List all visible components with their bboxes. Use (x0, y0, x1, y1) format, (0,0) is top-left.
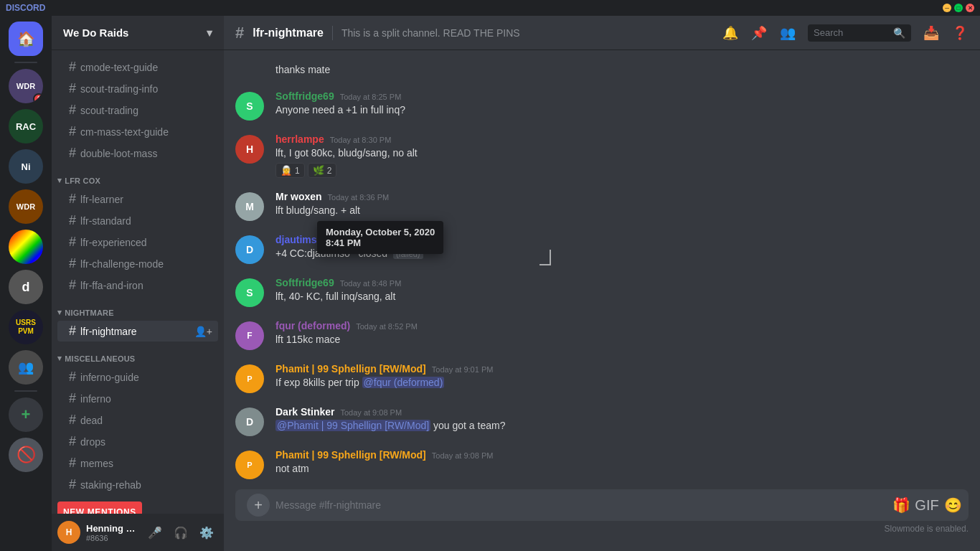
reaction-item[interactable]: 🌿 2 (308, 163, 337, 178)
server-icon-rac[interactable]: RAC (9, 109, 43, 143)
server-icon-usrs[interactable]: USRSPVM (9, 310, 43, 344)
category-arrow: ▾ (57, 308, 62, 317)
server-icon-d[interactable]: d (9, 270, 43, 304)
add-member-icon[interactable]: 👤+ (194, 326, 212, 337)
message-author: Phamit | 99 Sphellign [RW/Mod] (275, 363, 426, 375)
channel-name: inferno-guide (80, 372, 139, 383)
avatar: D (235, 408, 264, 436)
channel-item-double-loot-mass[interactable]: # double-loot-mass (57, 143, 218, 164)
channel-item-dead[interactable]: # dead (57, 410, 218, 430)
emoji-button[interactable]: 😊 (943, 495, 963, 515)
gif-button[interactable]: GIF (917, 495, 937, 515)
members-list-button[interactable]: 👥 (779, 24, 796, 42)
username: Henning | h... (86, 523, 138, 534)
channel-hash-icon: # (69, 235, 76, 250)
maximize-button[interactable]: □ (954, 4, 963, 12)
avatar-letter: H (66, 527, 72, 537)
server-icon-ni[interactable]: Ni (9, 149, 43, 184)
channel-item-inferno-guide[interactable]: # inferno-guide (57, 367, 218, 387)
channel-name: lfr-experienced (80, 237, 147, 248)
search-icon: 🔍 (893, 27, 905, 39)
messages-area[interactable]: thanks mate S Softfridge69 Today at 8:25… (224, 50, 980, 489)
channel-item-cmode-text-guide[interactable]: # cmode-text-guide (57, 57, 218, 77)
reaction-emoji: 🌿 (313, 165, 324, 176)
category-lfr-cox[interactable]: ▾ LFR COX (52, 164, 224, 188)
add-content-button[interactable]: + (247, 494, 270, 517)
mention[interactable]: @fqur (deformed) (362, 377, 445, 388)
titlebar: DISCORD ─ □ ✕ (0, 0, 980, 16)
channel-item-drops[interactable]: # drops (57, 431, 218, 452)
channel-header-name: lfr-nightmare (253, 27, 324, 39)
server-badge: 1 (33, 93, 43, 103)
channel-item-lfr-challenge-mode[interactable]: # lfr-challenge-mode (57, 253, 218, 274)
failed-badge: (failed) (393, 249, 423, 259)
mute-button[interactable]: 🎤 (143, 521, 166, 544)
category-miscellaneous[interactable]: ▾ MISCELLANEOUS (52, 342, 224, 366)
server-icon-group[interactable]: 👥 (9, 350, 43, 385)
user-area: H Henning | h... #8636 🎤 🎧 ⚙️ (52, 514, 224, 551)
settings-button[interactable]: ⚙️ (195, 521, 218, 544)
reaction-item[interactable]: 🧝 1 (275, 163, 305, 178)
message-input-box: + 🎁 GIF 😊 (235, 489, 969, 521)
channel-item-lfr-ffa-and-iron[interactable]: # lfr-ffa-and-iron (57, 275, 218, 296)
message-timestamp: Today at 9:08 PM (432, 451, 494, 460)
channel-item-memes[interactable]: # memes (57, 453, 218, 474)
notification-bell-button[interactable]: 🔔 (722, 24, 739, 42)
minimize-button[interactable]: ─ (943, 4, 951, 12)
message-row: F fqur (deformed) Today at 8:52 PM lft 1… (224, 314, 980, 352)
deafen-button[interactable]: 🎧 (169, 521, 192, 544)
message-input-area: + 🎁 GIF 😊 Slowmode is enabled. (224, 489, 980, 551)
search-box[interactable]: 🔍 (808, 24, 911, 42)
server-icon-lgbtq[interactable] (9, 230, 43, 264)
mention[interactable]: @Phamit | 99 Sphellign [RW/Mod] (275, 420, 430, 431)
message-text: +4 CC:djautimso closed (failed) (275, 247, 969, 261)
message-timestamp: Today at (329, 236, 359, 245)
search-input[interactable] (814, 27, 887, 38)
slowmode-notice: Slowmode is enabled. (235, 521, 969, 534)
channel-hash-icon: # (69, 81, 76, 96)
message-content: thanks mate (275, 63, 969, 77)
channel-hash-icon: # (69, 278, 76, 293)
message-content: Softfridge69 Today at 8:48 PM lft, 40- K… (275, 277, 969, 307)
channel-header-hash-icon: # (235, 24, 244, 42)
discord-logo: DISCORD (6, 3, 45, 13)
inbox-button[interactable]: 📥 (923, 24, 940, 42)
titlebar-controls[interactable]: ─ □ ✕ (943, 4, 974, 12)
channel-item-scout-trading[interactable]: # scout-trading (57, 100, 218, 121)
channel-item-lfr-standard[interactable]: # lfr-standard (57, 210, 218, 231)
channel-item-inferno[interactable]: # inferno (57, 388, 218, 409)
channel-topic: This is a split channel. READ THE PINS (341, 27, 520, 39)
channel-item-lfr-nightmare[interactable]: # lfr-nightmare 👤+ (57, 321, 218, 342)
channel-item-scout-trading-info[interactable]: # scout-trading-info (57, 78, 218, 99)
avatar: F (235, 321, 264, 350)
category-nightmare[interactable]: ▾ NIGHTMARE (52, 296, 224, 320)
guild-header[interactable]: We Do Raids ▾ (52, 16, 224, 50)
server-icon-wdr2[interactable]: WDR (9, 189, 43, 224)
channel-hash-icon: # (69, 413, 76, 428)
channel-item-staking-rehab[interactable]: # staking-rehab (57, 474, 218, 495)
channel-name: inferno (80, 393, 111, 405)
channel-header: # lfr-nightmare This is a split channel.… (224, 16, 980, 50)
message-author: fqur (deformed) (275, 320, 350, 331)
new-mentions-button[interactable]: NEW MENTIONS (57, 501, 142, 514)
channel-item-lfr-learner[interactable]: # lfr-learner (57, 189, 218, 209)
message-content: Mr woxen Today at 8:36 PM lft bludg/sang… (275, 191, 969, 221)
main-content: # lfr-nightmare This is a split channel.… (224, 16, 980, 551)
server-icon-home[interactable]: 🏠 (9, 22, 43, 56)
close-button[interactable]: ✕ (966, 4, 974, 12)
help-button[interactable]: ❓ (951, 24, 969, 42)
server-icon-dnd[interactable]: 🚫 (9, 438, 43, 472)
message-input[interactable] (275, 492, 885, 518)
guild-dropdown-icon: ▾ (207, 27, 212, 39)
gift-button[interactable]: 🎁 (891, 495, 911, 515)
pins-button[interactable]: 📌 (750, 24, 768, 42)
message-row: P Phamit | 99 Sphellign [RW/Mod] Today a… (224, 357, 980, 395)
channel-item-lfr-experienced[interactable]: # lfr-experienced (57, 232, 218, 253)
channel-hash-icon: # (69, 146, 76, 161)
server-icon-we-do-raids[interactable]: WDR 1 (9, 69, 43, 103)
channel-item-cm-mass-text-guide[interactable]: # cm-mass-text-guide (57, 121, 218, 142)
server-icon-add[interactable]: + (9, 397, 43, 432)
avatar: M (235, 192, 264, 221)
server-list: 🏠 WDR 1 RAC Ni WDR d USRSPVM (0, 16, 52, 551)
message-timestamp: Today at 9:08 PM (340, 408, 402, 417)
